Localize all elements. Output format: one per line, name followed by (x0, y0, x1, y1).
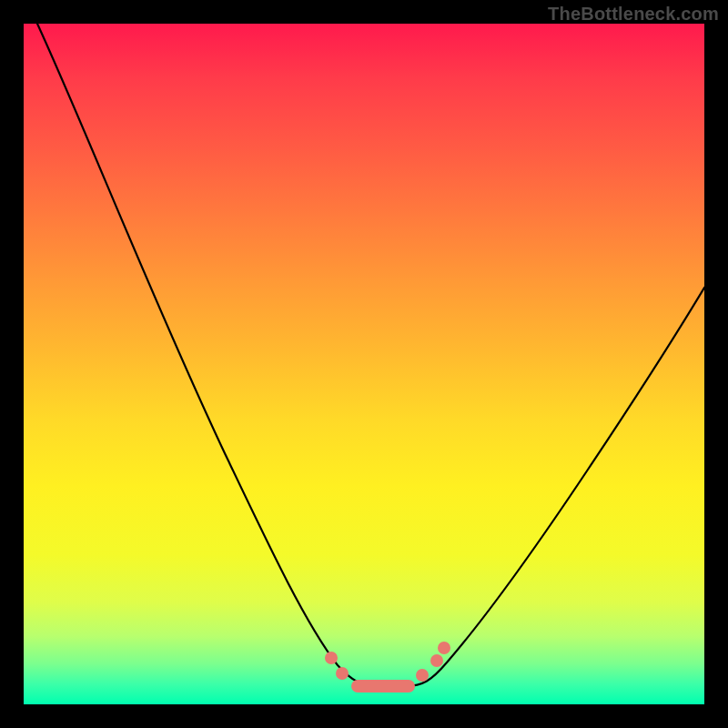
marker-dot (325, 652, 338, 664)
marker-dot (430, 654, 443, 667)
marker-dot (416, 669, 429, 682)
marker-dot (438, 642, 450, 654)
bottleneck-curve (37, 24, 704, 686)
marker-dot (336, 667, 349, 680)
min-segment-marker (351, 680, 415, 693)
plot-area (24, 24, 704, 704)
chart-frame: TheBottleneck.com (0, 0, 728, 728)
curve-layer (24, 24, 704, 704)
watermark-text: TheBottleneck.com (548, 4, 719, 25)
